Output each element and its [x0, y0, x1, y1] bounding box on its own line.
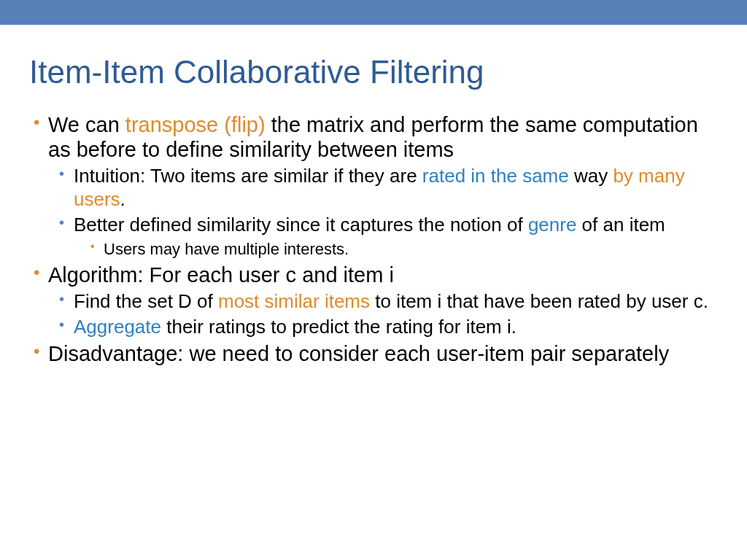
text-highlight: most similar items — [218, 290, 370, 312]
text: Intuition: Two items are similar if they… — [74, 165, 422, 187]
bullet-1b: Better defined similarity since it captu… — [55, 214, 718, 236]
bullet-3: Disadvantage: we need to consider each u… — [29, 341, 718, 366]
bullet-2b: Aggregate their ratings to predict the r… — [55, 316, 718, 338]
text: of an item — [576, 214, 665, 236]
text-highlight: transpose (flip) — [125, 113, 266, 136]
bullet-1b1: Users may have multiple interests. — [86, 239, 718, 260]
bullet-2: Algorithm: For each user c and item i — [29, 262, 718, 287]
text: Disadvantage: we need to consider each u… — [48, 342, 669, 365]
text: way — [569, 165, 614, 187]
bullet-1: We can transpose (flip) the matrix and p… — [29, 112, 718, 162]
slide-content: Item-Item Collaborative Filtering We can… — [0, 25, 747, 366]
bullet-2a: Find the set D of most similar items to … — [55, 290, 718, 313]
text-highlight: Aggregate — [74, 316, 161, 338]
text-highlight: rated in the same — [422, 165, 569, 187]
text: . — [120, 188, 125, 210]
text: We can — [48, 113, 125, 136]
text: to item i that have been rated by user c… — [370, 290, 708, 312]
bullet-list: We can transpose (flip) the matrix and p… — [29, 112, 718, 366]
bullet-1a: Intuition: Two items are similar if they… — [55, 165, 718, 210]
text: Algorithm: For each user c and item i — [48, 263, 394, 287]
slide-title: Item-Item Collaborative Filtering — [29, 54, 718, 90]
text: their ratings to predict the rating for … — [161, 316, 516, 338]
text-highlight: genre — [528, 214, 577, 236]
text: Better defined similarity since it captu… — [74, 214, 528, 236]
text: Users may have multiple interests. — [104, 240, 349, 258]
top-bar — [0, 0, 747, 25]
text: Find the set D of — [74, 290, 218, 312]
